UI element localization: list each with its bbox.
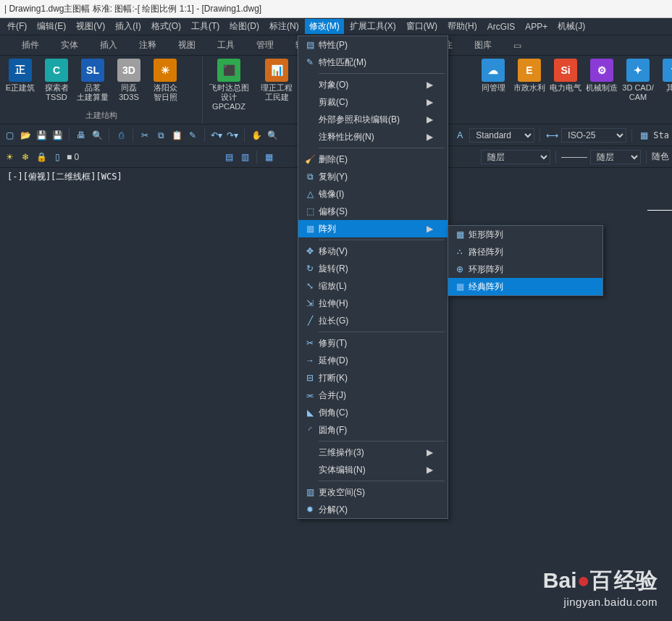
- menu-item-label: 打断(K): [319, 372, 348, 384]
- linetype-select[interactable]: 随层: [590, 150, 641, 164]
- ribbon-button[interactable]: 3D同磊 3D3S: [113, 59, 145, 109]
- tab-5[interactable]: 工具: [211, 36, 240, 54]
- menu-item[interactable]: ⬚偏移(S): [298, 203, 448, 220]
- menu-item[interactable]: ↻旋转(R): [298, 260, 448, 277]
- menu-4[interactable]: 格式(O): [147, 19, 185, 34]
- submenu-item[interactable]: ⊕环形阵列: [448, 261, 602, 278]
- open-icon[interactable]: 📂: [19, 129, 32, 142]
- menu-item[interactable]: △镜像(I): [298, 185, 448, 203]
- menu-7[interactable]: 标注(N): [265, 19, 303, 34]
- menu-item[interactable]: ✥移动(V): [298, 242, 448, 260]
- ribbon-button[interactable]: 📊理正工程 工民建: [255, 59, 298, 111]
- menu-item[interactable]: ◣倒角(C): [298, 404, 448, 421]
- ribbon-button[interactable]: C探索者 TSSD: [41, 59, 72, 109]
- ribbon-button[interactable]: ⬛飞时达总图设计 GPCADZ: [207, 59, 251, 111]
- tab-4[interactable]: 视图: [172, 36, 201, 54]
- menu-item[interactable]: 三维操作(3)▶: [298, 444, 448, 461]
- misc-icon-1[interactable]: ▤: [222, 151, 235, 164]
- menu-item[interactable]: 剪裁(C)▶: [298, 93, 448, 111]
- submenu-item[interactable]: ▦经典阵列: [448, 278, 602, 295]
- ribbon-button[interactable]: ⚙机械制造: [586, 59, 618, 111]
- misc-icon-3[interactable]: ▦: [262, 151, 275, 164]
- menu-item[interactable]: ◜圆角(F): [298, 421, 448, 439]
- ribbon-button[interactable]: E市政水利: [513, 59, 545, 111]
- menu-item[interactable]: ✎特性匹配(M): [298, 54, 448, 71]
- menu-13[interactable]: APP+: [521, 20, 552, 33]
- undo-icon[interactable]: ↶▾: [210, 129, 223, 142]
- menu-item-label: 镜像(I): [319, 188, 344, 200]
- pan-icon[interactable]: ✋: [250, 129, 263, 142]
- lock-icon[interactable]: 🔒: [35, 151, 48, 164]
- menu-item[interactable]: ⧉复制(Y): [298, 168, 448, 185]
- menu-item[interactable]: ⇲拉伸(H): [298, 295, 448, 312]
- tab-2[interactable]: 插入: [94, 36, 123, 54]
- ribbon-button[interactable]: Si电力电气: [550, 59, 581, 111]
- ribbon-button[interactable]: ✦3D CAD/ CAM: [622, 59, 654, 111]
- tab-3[interactable]: 注释: [133, 36, 162, 54]
- layer-icon[interactable]: ☀: [3, 151, 16, 164]
- lineweight-select[interactable]: 随层: [481, 150, 550, 164]
- tab-6[interactable]: 管理: [251, 36, 280, 54]
- ribbon-icon: C: [45, 59, 68, 82]
- preview-icon[interactable]: 🔍: [91, 129, 104, 142]
- cut-icon[interactable]: ✂: [138, 129, 151, 142]
- plot-icon[interactable]: ⎙: [114, 129, 127, 142]
- new-icon[interactable]: ▢: [3, 129, 16, 142]
- menu-item[interactable]: 注释性比例(N)▶: [298, 128, 448, 145]
- print-icon[interactable]: 🖶: [75, 129, 88, 142]
- menu-0[interactable]: 件(F): [3, 19, 31, 34]
- saveall-icon[interactable]: 💾: [51, 129, 64, 142]
- ribbon-button[interactable]: ☀洛阳众 智日照: [149, 59, 181, 109]
- menu-3[interactable]: 插入(I): [111, 19, 145, 34]
- dim-style-select[interactable]: ISO-25: [561, 128, 626, 143]
- paste-icon[interactable]: 📋: [170, 129, 183, 142]
- menu-item[interactable]: 外部参照和块编辑(B)▶: [298, 111, 448, 128]
- menu-item[interactable]: ✂修剪(T): [298, 334, 448, 352]
- submenu-item[interactable]: ∴路径阵列: [448, 243, 602, 261]
- ribbon-button[interactable]: SL品茗 土建算量: [77, 59, 109, 109]
- zoom-icon[interactable]: 🔍: [266, 129, 279, 142]
- menu-item[interactable]: ▥更改空间(S): [298, 483, 448, 501]
- freeze-icon[interactable]: ❄: [19, 151, 32, 164]
- menu-item[interactable]: ✹分解(X): [298, 501, 448, 518]
- menu-2[interactable]: 视图(V): [72, 19, 109, 34]
- menu-11[interactable]: 帮助(H): [443, 19, 482, 34]
- table-style-icon[interactable]: ▦: [637, 129, 650, 142]
- menu-item[interactable]: ▤特性(P): [298, 36, 448, 54]
- menu-item[interactable]: ⫘合并(J): [298, 386, 448, 404]
- submenu-item[interactable]: ▦矩形阵列: [448, 226, 602, 243]
- menu-12[interactable]: ArcGIS: [483, 20, 520, 33]
- menu-item[interactable]: ╱拉长(G): [298, 312, 448, 329]
- menu-5[interactable]: 工具(T): [187, 19, 224, 34]
- text-style-select[interactable]: Standard: [469, 128, 534, 143]
- menu-item[interactable]: ⤡缩放(L): [298, 277, 448, 295]
- menu-14[interactable]: 机械(J): [553, 19, 589, 34]
- redo-icon[interactable]: ↷▾: [226, 129, 239, 142]
- style-icon[interactable]: A: [453, 129, 466, 142]
- menu-item[interactable]: 实体编辑(N)▶: [298, 461, 448, 478]
- menu-item[interactable]: 对象(O)▶: [298, 76, 448, 93]
- color-icon[interactable]: ▯: [51, 151, 64, 164]
- menu-9[interactable]: 扩展工具(X): [345, 19, 400, 34]
- menu-6[interactable]: 绘图(D): [225, 19, 264, 34]
- menu-1[interactable]: 编辑(E): [33, 19, 70, 34]
- menu-10[interactable]: 窗口(W): [402, 19, 442, 34]
- menu-item[interactable]: →延伸(D): [298, 352, 448, 369]
- save-icon[interactable]: 💾: [35, 129, 48, 142]
- tab-1[interactable]: 实体: [55, 36, 84, 54]
- tab-overflow-icon[interactable]: ▭: [508, 38, 527, 54]
- dim-icon[interactable]: ⟷: [545, 129, 558, 142]
- ribbon-icon: E: [518, 59, 541, 82]
- menu-item[interactable]: ▦阵列▶: [298, 220, 448, 237]
- ribbon-button[interactable]: ☁同管理: [477, 59, 509, 111]
- tab-0[interactable]: 插件: [16, 36, 45, 54]
- tab-11[interactable]: 图库: [469, 36, 497, 54]
- match-icon[interactable]: ✎: [186, 129, 199, 142]
- ribbon-button[interactable]: ▼其他: [658, 59, 672, 111]
- menu-item[interactable]: 🧹删除(E): [298, 151, 448, 168]
- copy-icon[interactable]: ⧉: [154, 129, 167, 142]
- menu-8[interactable]: 修改(M): [305, 19, 344, 34]
- misc-icon-2[interactable]: ▥: [238, 151, 251, 164]
- menu-item[interactable]: ⊟打断(K): [298, 369, 448, 386]
- ribbon-button[interactable]: 正E正建筑: [4, 59, 36, 109]
